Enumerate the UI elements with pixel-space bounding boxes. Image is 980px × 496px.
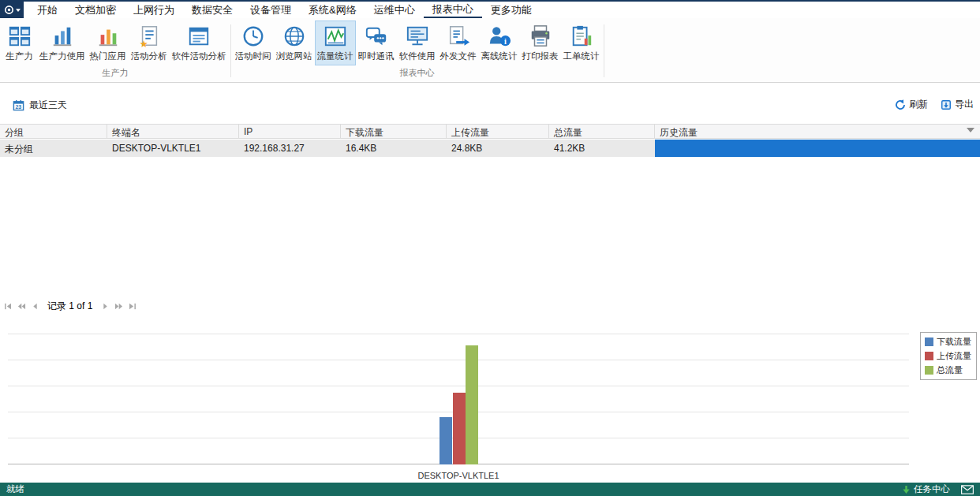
ribbon-button-traffic-stats[interactable]: 流量统计 (315, 21, 356, 65)
history-traffic-bar (655, 140, 980, 157)
svg-text:★: ★ (139, 39, 148, 48)
cell-terminal: DESKTOP-VLKTLE1 (107, 140, 239, 157)
ribbon-button-outgoing-files[interactable]: 外发文件 (438, 21, 479, 65)
ribbon-group-report-center: 活动时间浏览网站流量统计即时通讯软件使用外发文件i离线统计打印报表工单统计报表中… (231, 18, 604, 82)
legend-label: 下载流量 (937, 336, 971, 348)
legend-item: 总流量 (925, 364, 971, 376)
ribbon-button-label: 软件活动分析 (172, 50, 226, 62)
activity-analysis-icon: ★ (137, 24, 161, 48)
status-text: 就绪 (6, 483, 24, 495)
column-header-3[interactable]: 下载流量 (341, 125, 447, 138)
refresh-label: 刷新 (909, 98, 928, 111)
offline-stats-icon: i (488, 24, 511, 48)
cell-total: 41.2KB (549, 140, 655, 157)
bar-series-2 (466, 345, 478, 464)
ribbon-button-productivity-usage[interactable]: 生产力使用 (37, 21, 88, 65)
legend-swatch (925, 338, 933, 346)
task-center-button[interactable]: 任务中心 (902, 483, 950, 495)
column-header-0[interactable]: 分组 (0, 125, 107, 138)
ribbon: 生产力生产力使用热门应用★活动分析软件活动分析生产力活动时间浏览网站流量统计即时… (0, 18, 980, 83)
record-count-text: 记录 1 of 1 (47, 300, 92, 313)
ribbon-button-label: 生产力 (6, 50, 33, 62)
ribbon-button-print-reports[interactable]: 打印报表 (520, 21, 561, 65)
calendar-icon: 23 (13, 99, 24, 111)
ribbon-button-productivity[interactable]: 生产力 (2, 21, 37, 65)
ribbon-separator (604, 24, 604, 77)
column-menu-button[interactable] (967, 128, 976, 136)
software-usage-icon (406, 24, 429, 48)
export-label: 导出 (955, 98, 974, 111)
menu-item-document-encryption[interactable]: 文档加密 (66, 2, 125, 18)
outgoing-files-icon (447, 24, 470, 48)
app-menu-button[interactable] (0, 2, 24, 18)
previous-page-button[interactable] (29, 300, 40, 311)
menu-item-start[interactable]: 开始 (28, 2, 66, 18)
ribbon-button-label: 工单统计 (563, 50, 600, 62)
refresh-button[interactable]: 刷新 (895, 98, 928, 111)
ribbon-group-productivity: 生产力生产力使用热门应用★活动分析软件活动分析生产力 (0, 18, 230, 82)
table-row[interactable]: 未分组DESKTOP-VLKTLE1192.168.31.2716.4KB24.… (0, 140, 980, 157)
ribbon-button-activity-time[interactable]: 活动时间 (233, 21, 274, 65)
next-page-button[interactable] (99, 300, 110, 311)
column-header-4[interactable]: 上传流量 (447, 125, 549, 138)
column-header-6[interactable]: 历史流量 (655, 125, 980, 138)
status-bar-right: 任务中心 (902, 483, 974, 495)
ribbon-button-activity-analysis[interactable]: ★活动分析 (129, 21, 170, 65)
column-header-2[interactable]: IP (239, 125, 341, 138)
menu-item-data-security[interactable]: 数据安全 (183, 2, 241, 18)
menu-bar: 开始文档加密上网行为数据安全设备管理系统&网络运维中心报表中心更多功能 (28, 2, 540, 18)
column-header-1[interactable]: 终端名 (107, 125, 239, 138)
svg-text:i: i (504, 37, 507, 46)
app-logo-icon (4, 5, 14, 15)
ribbon-button-label: 软件使用 (399, 50, 436, 62)
traffic-stats-icon (324, 24, 347, 48)
ribbon-button-label: 活动分析 (131, 50, 167, 62)
menu-item-device-management[interactable]: 设备管理 (241, 2, 300, 18)
ribbon-button-hot-apps[interactable]: 热门应用 (88, 21, 129, 65)
activity-time-icon (241, 24, 265, 48)
ribbon-button-label: 浏览网站 (276, 50, 312, 62)
cell-ip: 192.168.31.27 (239, 140, 341, 157)
first-page-button[interactable] (2, 300, 13, 311)
legend-item: 下载流量 (925, 336, 971, 348)
svg-text:23: 23 (15, 104, 21, 110)
fast-previous-button[interactable] (16, 300, 27, 311)
last-page-button[interactable] (126, 300, 137, 311)
menu-item-ops-center[interactable]: 运维中心 (365, 2, 424, 18)
ribbon-button-work-order-stats[interactable]: 工单统计 (561, 21, 602, 65)
fast-next-button[interactable] (113, 300, 124, 311)
cell-upload: 24.8KB (447, 140, 549, 157)
menu-item-report-center[interactable]: 报表中心 (424, 2, 482, 18)
menu-item-more-features[interactable]: 更多功能 (482, 2, 540, 18)
legend-swatch (925, 352, 933, 360)
work-order-stats-icon (570, 24, 593, 48)
ribbon-button-software-activity-analysis[interactable]: 软件活动分析 (170, 21, 229, 65)
mail-icon[interactable] (961, 485, 974, 494)
menu-item-internet-behavior[interactable]: 上网行为 (125, 2, 183, 18)
ribbon-group-label: 生产力 (2, 67, 229, 82)
chart-plot (8, 334, 909, 464)
column-header-5[interactable]: 总流量 (549, 125, 655, 138)
instant-messaging-icon (365, 24, 388, 48)
legend-label: 上传流量 (937, 350, 971, 362)
software-activity-analysis-icon (187, 24, 211, 48)
ribbon-button-offline-stats[interactable]: i离线统计 (479, 21, 520, 65)
ribbon-button-label: 离线统计 (481, 50, 518, 62)
productivity-usage-icon (50, 24, 74, 48)
date-range-filter[interactable]: 23 最近三天 (13, 98, 67, 112)
ribbon-button-label: 打印报表 (522, 50, 559, 62)
browse-websites-icon (282, 24, 306, 48)
ribbon-button-instant-messaging[interactable]: 即时通讯 (356, 21, 397, 65)
task-center-label: 任务中心 (914, 483, 950, 495)
ribbon-button-software-usage[interactable]: 软件使用 (397, 21, 438, 65)
traffic-chart: DESKTOP-VLKTLE1 下载流量上传流量总流量 (0, 319, 980, 483)
ribbon-button-browse-websites[interactable]: 浏览网站 (274, 21, 315, 65)
menu-item-system-network[interactable]: 系统&网络 (300, 2, 365, 18)
export-button[interactable]: 导出 (941, 98, 974, 111)
export-icon (941, 99, 952, 110)
legend-item: 上传流量 (925, 350, 971, 362)
chart-gridline (8, 334, 909, 334)
toolbar-actions: 刷新 导出 (895, 98, 974, 111)
chevron-down-icon (16, 9, 21, 12)
ribbon-button-label: 生产力使用 (39, 50, 85, 62)
